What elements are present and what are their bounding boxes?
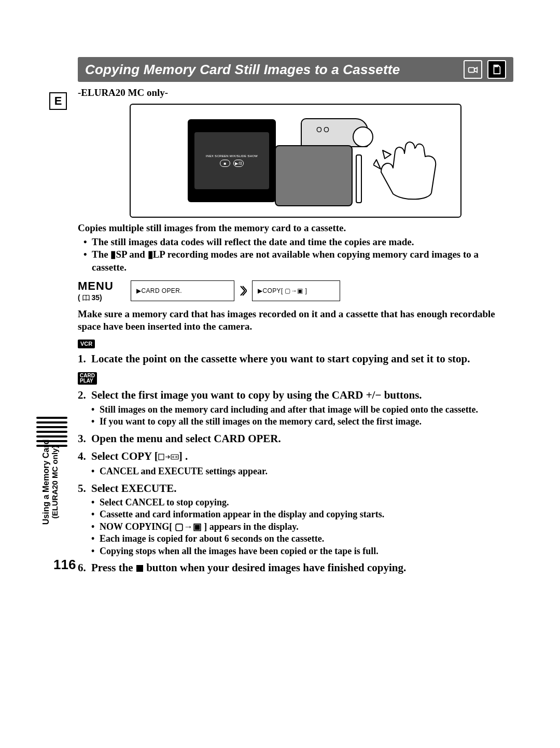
menu-path: MENU ( 35) ▶CARD OPER. ▶COPY[ ▢→▣ ]: [78, 279, 513, 303]
step-1: Locate the point on the cassette where y…: [78, 351, 513, 366]
arrow-right-icon: [237, 280, 249, 301]
intro-bullet-1: The still images data codes will reflect…: [85, 236, 513, 249]
prep-note: Make sure a memory card that has images …: [78, 308, 513, 333]
step-2: Select the first image you want to copy …: [78, 388, 513, 428]
step-5-text: Select EXECUTE.: [91, 482, 177, 495]
step-3: Open the menu and select CARD OPER.: [78, 431, 513, 446]
step-5-sub-2: Cassette and card information appear in …: [91, 509, 513, 520]
svg-point-3: [172, 456, 174, 458]
panel-label: INEX SCREEN MIX/SLIDE SHOW: [206, 154, 258, 158]
svg-rect-1: [159, 454, 164, 460]
side-section-label: Using a Memory Card (ELURA20 MC only): [41, 415, 59, 549]
cardplay-mode-badge: CARD PLAY: [78, 372, 97, 385]
step-5-sub-4: Each image is copied for about 6 seconds…: [91, 533, 513, 545]
step-5: Select EXECUTE. Select CANCEL to stop co…: [78, 481, 513, 557]
language-badge: E: [49, 92, 67, 110]
hand-insert-icon: [373, 136, 446, 203]
step-4-sub-1: CANCEL and EXECUTE settings appear.: [91, 465, 513, 477]
step-4: Select COPY [] . CANCEL and EXECUTE sett…: [78, 449, 513, 478]
svg-rect-0: [469, 67, 474, 72]
page-number: 116: [53, 557, 76, 573]
cassette-slot-icon: [356, 154, 362, 203]
lcd-panel: INEX SCREEN MIX/SLIDE SHOW ■ ▶/II: [188, 119, 276, 202]
steps-list: Locate the point on the cassette where y…: [78, 351, 513, 366]
memory-card-icon: [487, 60, 506, 79]
menu-box-2: ▶COPY[ ▢→▣ ]: [252, 280, 340, 301]
step-5-sub-1: Select CANCEL to stop copying.: [91, 497, 513, 509]
svg-rect-5: [136, 565, 143, 572]
menu-box-1: ▶CARD OPER.: [131, 280, 234, 301]
menu-label: MENU: [78, 279, 128, 293]
steps-list-cont: Select the first image you want to copy …: [78, 388, 513, 576]
menu-ref-page: 35: [91, 293, 100, 302]
page-title: Copying Memory Card Still Images to a Ca…: [85, 62, 458, 78]
camera-controls-icon: OO: [316, 125, 331, 134]
step-5-sub-5: Copying stops when all the images have b…: [91, 545, 513, 557]
stop-button-icon: [136, 561, 144, 576]
vcr-mode-badge: VCR: [78, 340, 95, 348]
svg-point-4: [175, 456, 177, 458]
step-2-text: Select the first image you want to copy …: [91, 389, 422, 401]
camera-icon: [464, 60, 482, 79]
intro-bullet-2: The ▮SP and ▮LP recording modes are not …: [85, 248, 513, 274]
side-line2: (ELURA20 MC only): [51, 415, 60, 549]
lens-icon: [353, 126, 373, 147]
menu-ref-prefix: (: [78, 293, 82, 302]
step-4-text-a: Select COPY [: [91, 450, 158, 462]
side-line1: Using a Memory Card: [41, 440, 50, 525]
menu-ref: ( 35): [78, 293, 128, 303]
intro-paragraph: Copies multiple still images from the me…: [78, 222, 513, 235]
panel-playpause-icon: ▶/II: [233, 160, 244, 167]
book-icon: [82, 294, 90, 303]
step-2-sub-2: If you want to copy all the still images…: [91, 416, 513, 428]
step-4-text-b: ] .: [179, 450, 188, 462]
title-bar: Copying Memory Card Still Images to a Ca…: [78, 57, 513, 82]
step-6-text-a: Press the: [91, 561, 136, 574]
menu-ref-suffix: ): [100, 293, 102, 302]
step-6-text-b: button when your desired images have fin…: [144, 561, 406, 574]
manual-page: E Using a Memory Card (ELURA20 MC only) …: [0, 0, 560, 602]
step-5-sub-3: NOW COPYING[ ▢→▣ ] appears in the displa…: [91, 521, 513, 533]
camera-illustration: INEX SCREEN MIX/SLIDE SHOW ■ ▶/II OO: [130, 104, 461, 218]
model-subtitle: -ELURA20 MC only-: [78, 87, 513, 98]
card-to-tape-icon: [158, 450, 179, 464]
panel-stop-icon: ■: [220, 160, 230, 167]
step-2-sub-1: Still images on the memory card includin…: [91, 404, 513, 416]
step-6: Press the button when your desired image…: [78, 560, 513, 576]
intro-bullets: The still images data codes will reflect…: [78, 236, 513, 274]
